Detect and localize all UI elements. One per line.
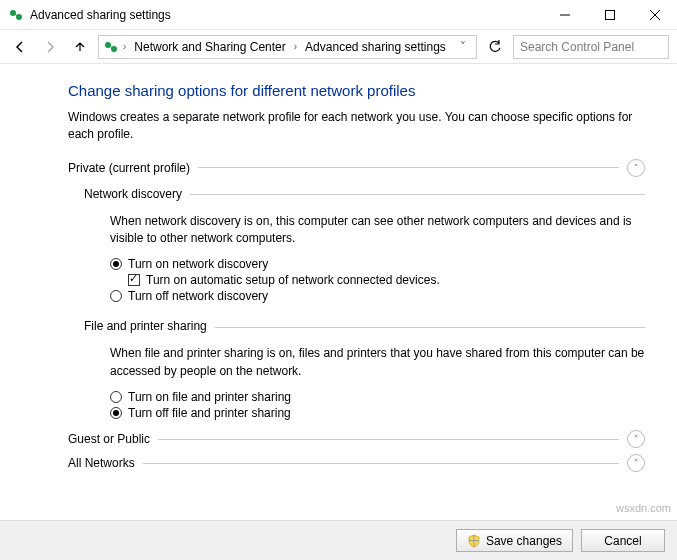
watermark: wsxdn.com [616, 502, 671, 514]
shield-icon [467, 534, 481, 548]
save-changes-button[interactable]: Save changes [456, 529, 573, 552]
checkbox-icon [128, 274, 140, 286]
chevron-down-icon[interactable]: ˅ [627, 454, 645, 472]
section-guest-public[interactable]: Guest or Public ˅ [68, 430, 645, 448]
minimize-button[interactable] [542, 0, 587, 30]
radio-label: Turn on file and printer sharing [128, 390, 291, 404]
breadcrumb-dropdown[interactable]: ˅ [454, 40, 472, 54]
netdisc-body: When network discovery is on, this compu… [110, 213, 645, 248]
close-button[interactable] [632, 0, 677, 30]
radio-icon [110, 258, 122, 270]
forward-button[interactable] [38, 35, 62, 59]
section-private-label: Private (current profile) [68, 161, 190, 175]
breadcrumb[interactable]: › Network and Sharing Center › Advanced … [98, 35, 477, 59]
subsection-file-printer-sharing: File and printer sharing [84, 315, 645, 339]
section-private[interactable]: Private (current profile) ˄ [68, 159, 645, 177]
radio-label: Turn off network discovery [128, 289, 268, 303]
titlebar: Advanced sharing settings [0, 0, 677, 30]
section-all-networks[interactable]: All Networks ˅ [68, 454, 645, 472]
page-description: Windows creates a separate network profi… [68, 109, 645, 143]
radio-fps-on[interactable]: Turn on file and printer sharing [110, 390, 645, 404]
breadcrumb-item-current[interactable]: Advanced sharing settings [301, 40, 450, 54]
checkbox-auto-setup[interactable]: Turn on automatic setup of network conne… [128, 273, 645, 287]
breadcrumb-item-nsc[interactable]: Network and Sharing Center [130, 40, 289, 54]
subsection-network-discovery: Network discovery [84, 183, 645, 207]
divider [158, 439, 619, 440]
divider [143, 463, 619, 464]
back-button[interactable] [8, 35, 32, 59]
divider [190, 194, 645, 195]
cancel-button[interactable]: Cancel [581, 529, 665, 552]
network-icon [103, 39, 119, 55]
radio-icon [110, 391, 122, 403]
up-button[interactable] [68, 35, 92, 59]
window-title: Advanced sharing settings [30, 8, 542, 22]
chevron-down-icon[interactable]: ˅ [627, 430, 645, 448]
maximize-button[interactable] [587, 0, 632, 30]
page-heading: Change sharing options for different net… [68, 82, 645, 99]
fps-body: When file and printer sharing is on, fil… [110, 345, 645, 380]
fps-title: File and printer sharing [84, 319, 207, 333]
radio-icon [110, 407, 122, 419]
section-all-label: All Networks [68, 456, 135, 470]
divider [198, 167, 619, 168]
button-label: Cancel [604, 534, 641, 548]
svg-rect-2 [605, 10, 614, 19]
refresh-button[interactable] [483, 35, 507, 59]
content-pane: Change sharing options for different net… [0, 64, 677, 520]
control-panel-icon [8, 7, 24, 23]
radio-label: Turn off file and printer sharing [128, 406, 291, 420]
radio-label: Turn on network discovery [128, 257, 268, 271]
checkbox-label: Turn on automatic setup of network conne… [146, 273, 440, 287]
radio-netdisc-on[interactable]: Turn on network discovery [110, 257, 645, 271]
netdisc-title: Network discovery [84, 187, 182, 201]
button-label: Save changes [486, 534, 562, 548]
radio-netdisc-off[interactable]: Turn off network discovery [110, 289, 645, 303]
section-guest-label: Guest or Public [68, 432, 150, 446]
chevron-right-icon: › [121, 41, 128, 52]
chevron-right-icon: › [292, 41, 299, 52]
radio-fps-off[interactable]: Turn off file and printer sharing [110, 406, 645, 420]
divider [215, 327, 645, 328]
nav-bar: › Network and Sharing Center › Advanced … [0, 30, 677, 64]
footer: Save changes Cancel [0, 520, 677, 560]
chevron-up-icon[interactable]: ˄ [627, 159, 645, 177]
search-input[interactable]: Search Control Panel [513, 35, 669, 59]
radio-icon [110, 290, 122, 302]
